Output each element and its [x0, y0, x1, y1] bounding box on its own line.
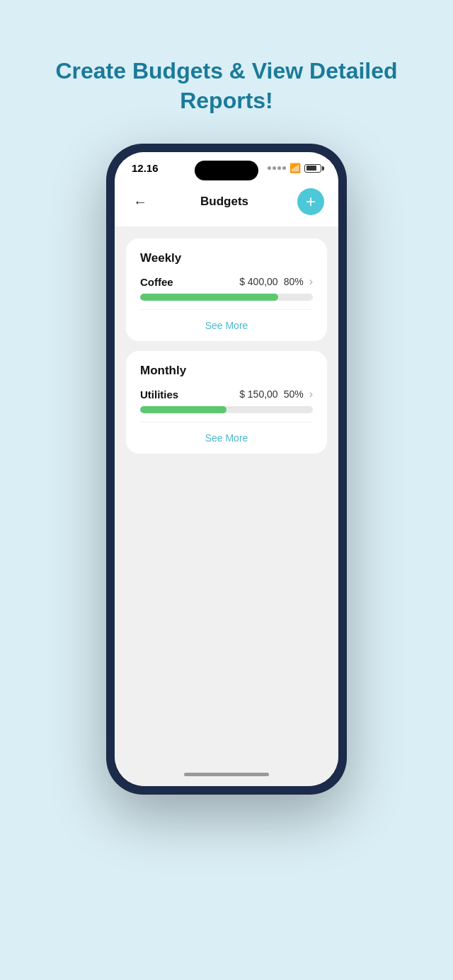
- signal-dot-4: [282, 166, 286, 170]
- weekly-budget-card: Weekly Coffee $ 400,00 80% ›: [126, 238, 327, 341]
- weekly-section-title: Weekly: [140, 251, 313, 265]
- page-title-line2: Reports!: [180, 88, 273, 113]
- signal-dot-2: [273, 166, 276, 170]
- dynamic-island: [195, 161, 258, 180]
- home-indicator: [184, 773, 269, 776]
- signal-dot-1: [268, 166, 271, 170]
- signal-dot-3: [277, 166, 281, 170]
- signal-dots: [268, 166, 286, 170]
- phone-screen: 12.16 📶 ← Budgets +: [115, 152, 338, 786]
- monthly-progress-bar-bg: [140, 406, 313, 413]
- battery-icon: [304, 164, 321, 173]
- weekly-item-percent: 80%: [284, 276, 304, 287]
- page-heading: Create Budgets & View Detailed Reports!: [27, 57, 425, 115]
- phone-bottom: [115, 766, 338, 786]
- status-bar: 12.16 📶: [115, 152, 338, 180]
- status-time: 12.16: [132, 162, 159, 174]
- monthly-section-title: Monthly: [140, 364, 313, 378]
- page-title-line1: Create Budgets & View Detailed: [55, 58, 397, 83]
- monthly-item-percent: 50%: [284, 388, 304, 400]
- weekly-progress-bar-fill: [140, 294, 278, 301]
- wifi-icon: 📶: [289, 163, 301, 173]
- monthly-item-amount: $ 150,00: [239, 388, 278, 400]
- monthly-budget-card: Monthly Utilities $ 150,00 50% ›: [126, 351, 327, 454]
- monthly-budget-item-utilities: Utilities $ 150,00 50% ›: [140, 388, 313, 413]
- weekly-item-name: Coffee: [140, 276, 173, 288]
- weekly-progress-bar-bg: [140, 294, 313, 301]
- status-icons: 📶: [268, 163, 321, 173]
- weekly-item-row: Coffee $ 400,00 80% ›: [140, 275, 313, 288]
- back-button[interactable]: ←: [129, 190, 151, 213]
- weekly-item-right: $ 400,00 80% ›: [239, 275, 313, 288]
- phone-frame: 12.16 📶 ← Budgets +: [106, 144, 347, 795]
- monthly-see-more-button[interactable]: See More: [140, 432, 313, 444]
- monthly-item-right: $ 150,00 50% ›: [239, 388, 313, 400]
- app-title: Budgets: [200, 195, 248, 209]
- weekly-item-amount: $ 400,00: [239, 276, 278, 287]
- weekly-divider: [140, 309, 313, 310]
- app-header: ← Budgets +: [115, 180, 338, 227]
- battery-fill: [306, 166, 316, 171]
- app-content: Weekly Coffee $ 400,00 80% ›: [115, 227, 338, 766]
- add-budget-button[interactable]: +: [297, 188, 324, 215]
- monthly-item-chevron-icon[interactable]: ›: [309, 388, 313, 400]
- monthly-progress-bar-fill: [140, 406, 226, 413]
- weekly-budget-item-coffee: Coffee $ 400,00 80% ›: [140, 275, 313, 301]
- weekly-see-more-button[interactable]: See More: [140, 320, 313, 331]
- monthly-divider: [140, 422, 313, 422]
- monthly-item-name: Utilities: [140, 388, 178, 400]
- weekly-item-chevron-icon[interactable]: ›: [309, 275, 313, 288]
- monthly-item-row: Utilities $ 150,00 50% ›: [140, 388, 313, 400]
